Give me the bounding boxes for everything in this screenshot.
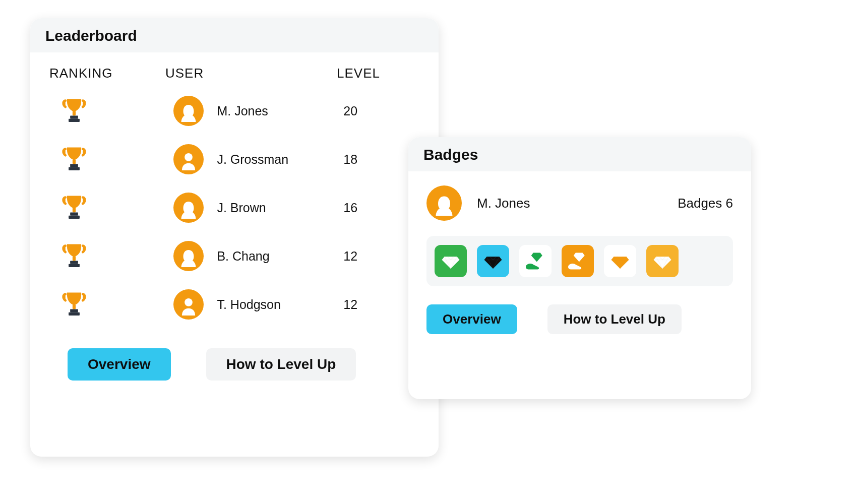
badges-strip (426, 236, 733, 286)
badges-user-row: M. Jones Badges 6 (426, 185, 733, 221)
svg-marker-23 (531, 253, 542, 262)
svg-rect-12 (73, 256, 76, 261)
svg-rect-9 (70, 212, 78, 215)
trophy-icon (62, 145, 87, 174)
table-row[interactable]: J. Grossman18 (47, 144, 421, 175)
svg-rect-8 (73, 208, 76, 212)
badge-tile[interactable] (646, 245, 679, 277)
svg-rect-2 (69, 119, 80, 122)
col-user-label: USER (165, 66, 337, 81)
leaderboard-columns: RANKING USER LEVEL (47, 66, 421, 81)
svg-point-11 (186, 204, 192, 210)
svg-point-15 (186, 252, 192, 259)
table-row[interactable]: J. Brown16 (47, 192, 421, 223)
overview-button[interactable]: Overview (68, 348, 171, 381)
badges-card: Badges M. Jones Badges 6 (408, 137, 751, 399)
user-name: J. Brown (217, 201, 266, 215)
svg-marker-21 (442, 257, 460, 269)
diamond-icon (483, 251, 503, 271)
svg-marker-24 (574, 253, 585, 262)
badge-tile[interactable] (477, 245, 509, 277)
svg-rect-16 (73, 304, 76, 309)
overview-button[interactable]: Overview (426, 304, 517, 334)
table-row[interactable]: T. Hodgson12 (47, 289, 421, 320)
leaderboard-actions: Overview How to Level Up (47, 348, 421, 381)
trophy-icon (62, 290, 87, 319)
badges-actions: Overview How to Level Up (426, 304, 733, 334)
badge-tile[interactable] (435, 245, 467, 277)
badges-count: Badges 6 (678, 196, 733, 211)
avatar (173, 193, 204, 223)
col-level-label: LEVEL (337, 66, 417, 81)
user-name: T. Hodgson (217, 297, 280, 312)
svg-rect-18 (69, 312, 80, 316)
col-ranking-label: RANKING (47, 66, 165, 81)
leaderboard-card: Leaderboard RANKING USER LEVEL M. Jones2… (30, 18, 439, 457)
svg-rect-13 (70, 261, 78, 264)
hand-diamond-icon (524, 250, 546, 272)
svg-rect-6 (69, 167, 80, 170)
avatar (426, 185, 462, 221)
svg-marker-26 (654, 257, 671, 269)
svg-point-19 (185, 298, 193, 306)
badge-tile[interactable] (519, 245, 552, 277)
svg-marker-25 (611, 257, 629, 269)
user-level: 20 (339, 104, 421, 118)
user-name: J. Grossman (217, 152, 288, 167)
trophy-icon (62, 193, 87, 222)
avatar (173, 96, 204, 126)
svg-point-20 (441, 199, 448, 206)
badge-tile[interactable] (562, 245, 594, 277)
svg-rect-1 (70, 115, 78, 118)
avatar (173, 144, 204, 174)
svg-point-3 (186, 107, 192, 113)
svg-rect-17 (70, 309, 78, 312)
svg-rect-0 (73, 111, 76, 115)
svg-marker-22 (484, 257, 502, 269)
how-to-level-up-button[interactable]: How to Level Up (547, 304, 682, 334)
user-name: M. Jones (217, 104, 268, 118)
leaderboard-title: Leaderboard (30, 18, 439, 52)
diamond-icon (652, 251, 672, 271)
badges-user-name: M. Jones (477, 196, 678, 211)
badge-tile[interactable] (604, 245, 636, 277)
trophy-icon (62, 96, 87, 125)
how-to-level-up-button[interactable]: How to Level Up (206, 348, 356, 381)
badges-title: Badges (408, 137, 751, 171)
hand-diamond-icon (567, 250, 589, 272)
svg-point-7 (185, 153, 193, 161)
svg-rect-4 (73, 159, 76, 164)
table-row[interactable]: B. Chang12 (47, 240, 421, 272)
diamond-icon (610, 251, 630, 271)
svg-rect-14 (69, 264, 80, 267)
avatar (173, 289, 204, 320)
avatar (173, 241, 204, 271)
svg-rect-5 (70, 164, 78, 167)
table-row[interactable]: M. Jones20 (47, 95, 421, 127)
diamond-icon (441, 251, 461, 271)
svg-rect-10 (69, 216, 80, 219)
trophy-icon (62, 241, 87, 271)
user-name: B. Chang (217, 249, 269, 264)
